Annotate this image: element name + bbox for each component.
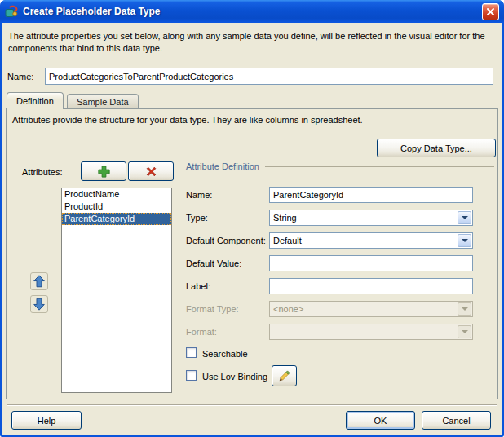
create-placeholder-data-type-dialog: Create Placeholder Data Type The attribu… (0, 0, 504, 437)
format-label: Format: (186, 327, 217, 337)
searchable-label: Searchable (202, 349, 248, 359)
chevron-down-icon (458, 302, 471, 316)
default-component-label: Default Component: (186, 236, 266, 245)
titlebar[interactable]: Create Placeholder Data Type (0, 0, 504, 23)
edit-lov-button[interactable] (272, 365, 297, 386)
close-button[interactable] (482, 3, 499, 20)
attr-name-input[interactable] (269, 187, 473, 203)
default-value-input[interactable] (269, 255, 473, 271)
use-lov-binding-checkbox[interactable] (186, 370, 197, 381)
cancel-button[interactable]: Cancel (422, 411, 491, 430)
move-up-button[interactable] (30, 272, 48, 290)
close-icon (486, 7, 495, 16)
attribute-list[interactable]: ProductName ProductId ParentCategoryId (61, 188, 172, 393)
format-select (269, 324, 473, 340)
delete-x-icon (144, 165, 158, 179)
tab-definition-label: Definition (16, 96, 54, 106)
tab-sample-data[interactable]: Sample Data (67, 94, 139, 108)
dialog-body: The attribute properties you set below, … (2, 23, 502, 435)
arrow-down-icon (32, 297, 46, 311)
tab-definition[interactable]: Definition (7, 92, 64, 109)
default-value-label: Default Value: (186, 258, 241, 268)
dialog-title: Create Placeholder Data Type (23, 6, 482, 17)
attr-name-label: Name: (186, 190, 212, 200)
attributes-label: Attributes: (22, 167, 63, 177)
attributes-hint: Attributes provide the structure for you… (12, 115, 485, 125)
move-down-button[interactable] (30, 295, 48, 313)
dialog-icon (5, 5, 18, 18)
attr-type-select[interactable]: String (269, 210, 473, 226)
add-attribute-button[interactable] (81, 161, 126, 181)
name-input[interactable] (45, 68, 493, 85)
dialog-description: The attribute properties you set below, … (8, 30, 495, 55)
arrow-up-icon (32, 274, 46, 289)
attribute-definition-header: Attribute Definition (186, 161, 494, 171)
chevron-down-icon (458, 325, 471, 338)
tab-sample-data-label: Sample Data (77, 97, 129, 107)
delete-attribute-button[interactable] (128, 161, 174, 181)
attr-type-label: Type: (186, 213, 208, 223)
default-component-select[interactable]: Default (269, 232, 473, 249)
ok-button[interactable]: OK (346, 411, 415, 430)
searchable-checkbox[interactable] (186, 347, 197, 358)
format-type-value: <none> (270, 304, 457, 314)
attr-type-value: String (270, 213, 457, 223)
format-type-select: <none> (269, 301, 473, 317)
list-item[interactable]: ProductId (62, 201, 171, 213)
attr-label-input[interactable] (269, 278, 473, 294)
plus-icon (97, 165, 111, 179)
attribute-definition-title: Attribute Definition (186, 161, 259, 171)
chevron-down-icon (458, 234, 471, 247)
list-item[interactable]: ProductName (62, 188, 171, 201)
copy-data-type-button[interactable]: Copy Data Type... (377, 139, 496, 157)
default-component-value: Default (270, 236, 457, 245)
attr-label-label: Label: (186, 281, 210, 291)
pencil-icon (277, 369, 292, 383)
section-rule (265, 166, 494, 167)
help-button[interactable]: Help (11, 411, 82, 430)
use-lov-binding-label: Use Lov Binding (202, 372, 267, 382)
footer-separator (7, 404, 497, 406)
name-label: Name: (7, 72, 33, 82)
chevron-down-icon (458, 211, 471, 224)
format-type-label: Format Type: (186, 304, 239, 314)
list-item-selected[interactable]: ParentCategoryId (62, 213, 171, 225)
